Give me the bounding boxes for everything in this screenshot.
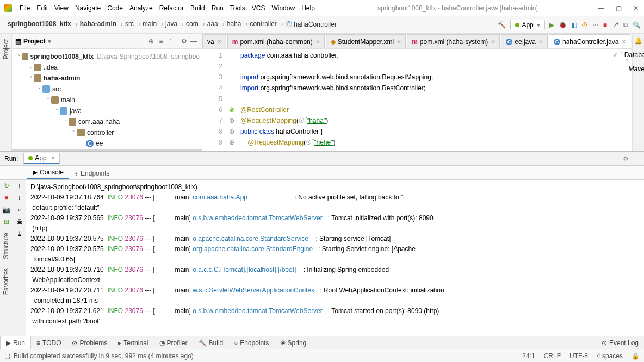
editor-tab[interactable]: mpom.xml (haha-common)× <box>227 34 325 48</box>
tree-node[interactable]: ˅haha-admin <box>12 73 202 84</box>
menu-tools[interactable]: Tools <box>227 4 249 12</box>
project-tree[interactable]: ˅springboot1008_ktlxD:\java-Springboot\1… <box>12 49 202 151</box>
menu-build[interactable]: Build <box>187 4 208 12</box>
breadcrumb-item[interactable]: src <box>121 19 138 30</box>
breadcrumb-item[interactable]: controller <box>245 19 281 30</box>
hide-panel-icon[interactable]: — <box>189 38 199 45</box>
maximize-button[interactable]: ▢ <box>615 4 622 12</box>
bottom-tab-build[interactable]: 🔨 Build <box>193 336 229 349</box>
project-tab[interactable]: Project <box>2 37 10 61</box>
gear-icon[interactable]: ⚙ <box>623 155 629 163</box>
breadcrumb-item[interactable]: main <box>138 19 161 30</box>
bottom-tab-terminal[interactable]: ▸ Terminal <box>113 336 153 349</box>
rerun-icon[interactable]: ↻ <box>4 182 9 190</box>
menu-analyze[interactable]: Analyze <box>126 4 156 12</box>
bottom-tab-spring[interactable]: ❀ Spring <box>275 336 312 349</box>
run-icon[interactable]: ▶ <box>549 21 554 29</box>
notifications-icon[interactable]: 🔔 <box>634 37 642 45</box>
minimize-button[interactable]: — <box>597 4 605 12</box>
bottom-tab-run[interactable]: ▶ Run <box>0 336 31 349</box>
menu-vcs[interactable]: VCS <box>249 4 269 12</box>
stop-icon[interactable]: ■ <box>603 21 607 29</box>
menu-run[interactable]: Run <box>208 4 227 12</box>
menu-code[interactable]: Code <box>104 4 126 12</box>
collapse-icon[interactable]: ÷ <box>166 38 176 45</box>
down-icon[interactable]: ↓ <box>18 194 21 202</box>
layout-icon[interactable]: ⊞ <box>4 218 9 226</box>
bottom-tab-profiler[interactable]: ◔ Profiler <box>154 336 193 349</box>
editor-tab[interactable]: mpom.xml (haha-system)× <box>407 34 500 48</box>
menu-edit[interactable]: Edit <box>33 4 51 12</box>
lock-icon[interactable]: 🔒 <box>631 352 640 360</box>
encoding[interactable]: UTF-8 <box>569 352 588 360</box>
attach-icon[interactable]: ⋯ <box>592 21 599 29</box>
tree-node[interactable]: ˅java <box>12 105 202 116</box>
coverage-icon[interactable]: ◧ <box>571 21 577 29</box>
breadcrumb-item[interactable]: Ⓒ hahaController <box>281 19 341 30</box>
breadcrumb-item[interactable]: haha <box>222 19 246 30</box>
run-app-tab[interactable]: App × <box>23 153 59 164</box>
build-icon[interactable]: 🔨 <box>498 21 506 29</box>
menu-refactor[interactable]: Refactor <box>156 4 187 12</box>
close-tab-icon[interactable]: × <box>539 38 543 46</box>
menu-window[interactable]: Window <box>268 4 298 12</box>
menu-navigate[interactable]: Navigate <box>72 4 104 12</box>
stop-icon[interactable]: ■ <box>4 194 8 202</box>
menu-help[interactable]: Help <box>298 4 318 12</box>
database-tab[interactable]: Database <box>624 51 644 59</box>
close-tab-icon[interactable]: × <box>491 38 495 46</box>
tree-node[interactable]: ›.idea <box>12 62 202 73</box>
wrap-icon[interactable]: ⤶ <box>17 206 22 214</box>
indent[interactable]: 4 spaces <box>597 352 623 360</box>
editor-tab[interactable]: Cee.java× <box>501 34 548 48</box>
breadcrumb-item[interactable]: springboot1008_ktlx <box>3 19 76 30</box>
editor-tab[interactable]: ◈StudentMapper.xml× <box>326 34 406 48</box>
endpoints-tab[interactable]: ⟐ Endpoints <box>69 167 115 179</box>
select-opened-icon[interactable]: ⊕ <box>146 38 156 45</box>
code-area[interactable]: package com.aaa.haha.controller; import … <box>237 49 605 151</box>
close-button[interactable]: ✕ <box>632 4 640 12</box>
close-tab-icon[interactable]: × <box>218 38 221 46</box>
menu-file[interactable]: File <box>16 4 33 12</box>
hide-icon[interactable]: — <box>633 155 640 163</box>
print-icon[interactable]: 🖶 <box>16 218 23 226</box>
layout-icon[interactable]: ⧉ <box>623 21 628 29</box>
tree-node[interactable]: ˅controller <box>12 127 202 138</box>
structure-tab[interactable]: Structure <box>0 228 12 264</box>
search-icon[interactable]: 🔍 <box>633 21 641 29</box>
close-tab-icon[interactable]: × <box>397 38 401 46</box>
breadcrumb-item[interactable]: com <box>182 19 203 30</box>
console-tab[interactable]: ▶ Console <box>27 166 69 179</box>
inspection-widget[interactable]: ✓1 ˄ ˅ <box>605 49 632 151</box>
breadcrumb-item[interactable]: haha-admin <box>76 19 121 30</box>
menu-view[interactable]: View <box>51 4 72 12</box>
event-log-button[interactable]: ⊙ Event Log <box>596 336 644 349</box>
tree-node[interactable]: ˅com.aaa.haha <box>12 116 202 127</box>
close-tab-icon[interactable]: × <box>316 38 320 46</box>
favorites-tab[interactable]: Favorites <box>0 264 12 299</box>
bottom-tab-endpoints[interactable]: ⟐ Endpoints <box>228 336 274 349</box>
maven-tab[interactable]: Maven <box>628 65 644 73</box>
gear-icon[interactable]: ⚙ <box>179 38 189 45</box>
run-config-selector[interactable]: App ▾ <box>510 20 544 30</box>
scroll-icon[interactable]: ⤓ <box>17 230 22 238</box>
profile-icon[interactable]: ⏱ <box>581 21 588 29</box>
status-icon[interactable]: ▢ <box>4 352 10 360</box>
console-output[interactable]: D:\java-Springboot\1008_springboot\sprin… <box>26 180 644 336</box>
git-icon[interactable]: ⎇ <box>611 21 619 29</box>
breadcrumb-item[interactable]: aaa <box>203 19 222 30</box>
bottom-tab-todo[interactable]: ≡ TODO <box>31 336 66 349</box>
tree-node[interactable]: ˅main <box>12 95 202 105</box>
camera-icon[interactable]: 📷 <box>2 206 10 214</box>
project-panel-title[interactable]: ▤ Project ▾ <box>15 38 146 45</box>
expand-icon[interactable]: ≡ <box>156 38 166 45</box>
breadcrumb-item[interactable]: java <box>161 19 182 30</box>
editor-tab[interactable]: ChahaController.java× <box>549 34 630 48</box>
tree-node[interactable]: Cee <box>12 138 202 149</box>
tree-node[interactable]: ˅src <box>12 84 202 95</box>
line-ending[interactable]: CRLF <box>544 352 561 360</box>
close-tab-icon[interactable]: × <box>622 38 626 46</box>
bottom-tab-problems[interactable]: ⊘ Problems <box>66 336 113 349</box>
up-icon[interactable]: ↑ <box>18 182 21 190</box>
close-tab-icon[interactable]: × <box>51 154 55 162</box>
